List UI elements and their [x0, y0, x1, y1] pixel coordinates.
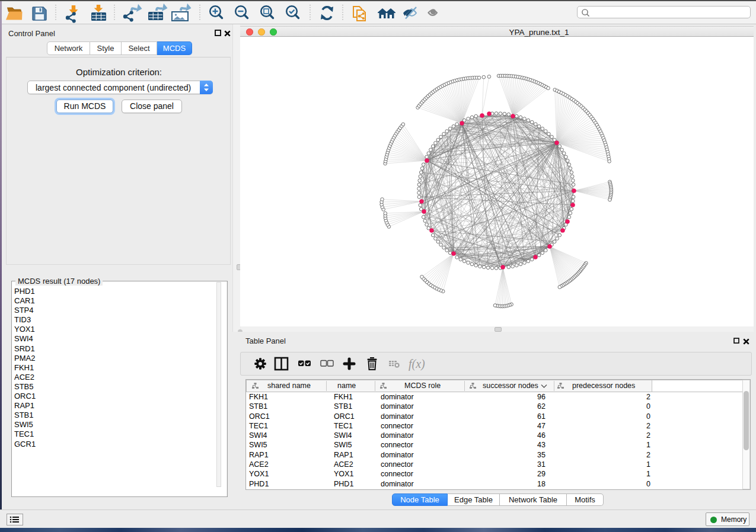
- svg-text:f(x): f(x): [409, 357, 425, 371]
